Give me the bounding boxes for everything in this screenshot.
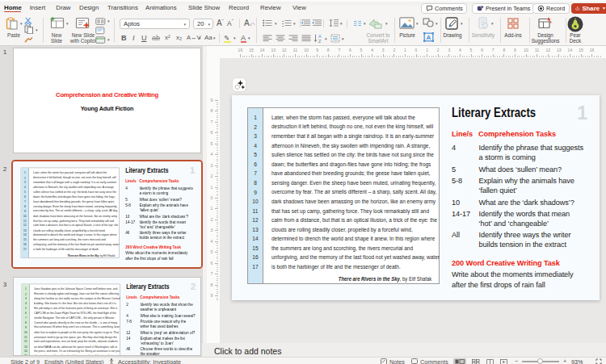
svg-text:Z: Z xyxy=(318,39,322,44)
svg-text:A: A xyxy=(427,34,431,41)
